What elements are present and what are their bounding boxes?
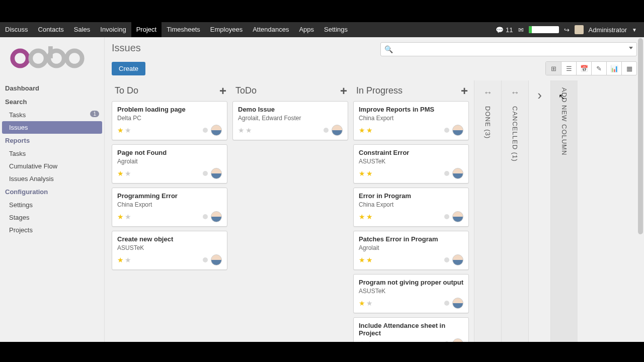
- messages-indicator[interactable]: 💬 11: [496, 26, 513, 34]
- status-dot-icon[interactable]: [444, 301, 449, 306]
- sidebar-projects[interactable]: Projects: [0, 224, 104, 236]
- priority-stars[interactable]: ★★: [359, 213, 373, 221]
- priority-stars[interactable]: ★★: [117, 126, 131, 134]
- priority-stars[interactable]: ★★: [117, 213, 131, 221]
- priority-stars[interactable]: ★★: [238, 126, 252, 134]
- priority-stars[interactable]: ★★: [359, 256, 373, 264]
- priority-stars[interactable]: ★★: [359, 299, 373, 307]
- caret-down-icon[interactable]: ▼: [632, 27, 637, 33]
- assignee-avatar[interactable]: [211, 254, 222, 265]
- expand-icon: ↔: [511, 87, 520, 98]
- assignee-avatar[interactable]: [452, 168, 463, 179]
- assignee-avatar[interactable]: [452, 298, 463, 309]
- topmenu-contacts[interactable]: Contacts: [33, 22, 69, 37]
- sidebar-reports-tasks[interactable]: Tasks: [0, 147, 104, 160]
- topmenu-timesheets[interactable]: Timesheets: [162, 22, 205, 37]
- logo[interactable]: [0, 46, 104, 81]
- mail-icon[interactable]: ✉: [518, 26, 524, 34]
- status-dot-icon[interactable]: [444, 128, 449, 133]
- topmenu-sales[interactable]: Sales: [69, 22, 96, 37]
- sidebar: Dashboard Search Tasks 1 Issues Reports …: [0, 37, 104, 342]
- create-button[interactable]: Create: [112, 62, 145, 75]
- svg-point-3: [67, 51, 82, 66]
- status-dot-icon[interactable]: [203, 257, 208, 262]
- topmenu-attendances[interactable]: Attendances: [248, 22, 294, 37]
- kanban-card[interactable]: Constraint ErrorASUSTeK★★: [353, 144, 469, 184]
- kanban-card[interactable]: Problem loading pageDelta PC★★: [112, 101, 227, 140]
- assignee-avatar[interactable]: [211, 168, 222, 179]
- assignee-avatar[interactable]: [452, 254, 463, 265]
- topmenu-employees[interactable]: Employees: [205, 22, 248, 37]
- login-icon[interactable]: ↪: [564, 26, 570, 34]
- kanban-card[interactable]: Patches Error in ProgramAgrolait★★: [353, 231, 469, 270]
- status-dot-icon[interactable]: [444, 214, 449, 219]
- search-caret-icon[interactable]: [629, 47, 633, 49]
- view-kanban-icon[interactable]: ⊞: [546, 62, 561, 75]
- add-card-icon[interactable]: +: [340, 86, 347, 96]
- kanban-card[interactable]: Error in ProgramChina Export★★: [353, 188, 469, 227]
- collapsed-column[interactable]: ↔CANCELLED (1): [501, 80, 528, 342]
- assignee-avatar[interactable]: [452, 211, 463, 222]
- kanban-card[interactable]: Programming ErrorChina Export★★: [112, 188, 227, 227]
- column-title: To Do: [115, 85, 138, 96]
- topmenu-discuss[interactable]: Discuss: [0, 22, 33, 37]
- kanban-card[interactable]: Program not giving proper outputASUSTeK★…: [353, 274, 469, 313]
- kanban-card[interactable]: Page not FoundAgrolait★★: [112, 144, 227, 184]
- user-name[interactable]: Administrator: [589, 26, 627, 34]
- sidebar-dashboard[interactable]: Dashboard: [0, 81, 104, 95]
- kanban-column: To Do+Problem loading pageDelta PC★★Page…: [112, 80, 232, 342]
- status-dot-icon[interactable]: [324, 128, 329, 133]
- sidebar-configuration[interactable]: Configuration: [0, 185, 104, 199]
- add-column[interactable]: ADD NEW COLUMN: [550, 80, 578, 342]
- kanban-card[interactable]: Demo IssueAgrolait, Edward Foster★★: [232, 101, 348, 140]
- view-pivot-icon[interactable]: ▦: [621, 62, 636, 75]
- topmenu-settings[interactable]: Settings: [319, 22, 353, 37]
- card-title: Programming Error: [117, 192, 222, 200]
- priority-stars[interactable]: ★★: [117, 169, 131, 177]
- assignee-avatar[interactable]: [452, 125, 463, 136]
- view-graph-icon[interactable]: 📊: [606, 62, 621, 75]
- add-card-icon[interactable]: +: [461, 86, 468, 96]
- sidebar-reports[interactable]: Reports: [0, 134, 104, 147]
- sidebar-tasks[interactable]: Tasks 1: [0, 109, 104, 121]
- column-title: ToDo: [235, 85, 257, 96]
- priority-stars[interactable]: ★★: [359, 126, 373, 134]
- assignee-avatar[interactable]: [211, 125, 222, 136]
- assignee-avatar[interactable]: [452, 338, 463, 342]
- sidebar-issues-analysis[interactable]: Issues Analysis: [0, 172, 104, 185]
- card-subtitle: China Export: [359, 115, 463, 122]
- assignee-avatar[interactable]: [332, 125, 343, 136]
- sidebar-search[interactable]: Search: [0, 95, 104, 109]
- sidebar-settings[interactable]: Settings: [0, 199, 104, 211]
- card-title: Constraint Error: [359, 149, 463, 156]
- card-title: Include Attendance sheet in Project: [359, 322, 463, 337]
- search-input[interactable]: [380, 42, 637, 56]
- status-dot-icon[interactable]: [203, 214, 208, 219]
- kanban-card[interactable]: Include Attendance sheet in Project★★: [353, 317, 469, 342]
- sidebar-cumulative-flow[interactable]: Cumulative Flow: [0, 160, 104, 172]
- sidebar-issues[interactable]: Issues: [2, 121, 102, 134]
- card-subtitle: China Export: [359, 201, 463, 208]
- collapsed-column[interactable]: ↔DONE (3): [474, 80, 501, 342]
- status-dot-icon[interactable]: [444, 257, 449, 262]
- messages-count: 11: [506, 26, 513, 34]
- scrollbar[interactable]: [637, 37, 644, 342]
- kanban-card[interactable]: Improve Reports in PMSChina Export★★: [353, 101, 469, 140]
- topmenu-invoicing[interactable]: Invoicing: [95, 22, 131, 37]
- status-dot-icon[interactable]: [203, 128, 208, 133]
- assignee-avatar[interactable]: [211, 211, 222, 222]
- add-card-icon[interactable]: +: [219, 86, 226, 96]
- topmenu-apps[interactable]: Apps: [294, 22, 319, 37]
- kanban-card[interactable]: Create new objectASUSTeK★★: [112, 231, 227, 270]
- status-dot-icon[interactable]: [444, 171, 449, 176]
- sidebar-stages[interactable]: Stages: [0, 211, 104, 224]
- scroll-right[interactable]: ›: [528, 80, 550, 342]
- avatar: [575, 25, 584, 34]
- view-form-icon[interactable]: ✎: [591, 62, 606, 75]
- priority-stars[interactable]: ★★: [117, 256, 131, 264]
- view-calendar-icon[interactable]: 📅: [576, 62, 591, 75]
- status-dot-icon[interactable]: [203, 171, 208, 176]
- topmenu-project[interactable]: Project: [131, 22, 162, 37]
- priority-stars[interactable]: ★★: [359, 169, 373, 177]
- view-list-icon[interactable]: ☰: [561, 62, 576, 75]
